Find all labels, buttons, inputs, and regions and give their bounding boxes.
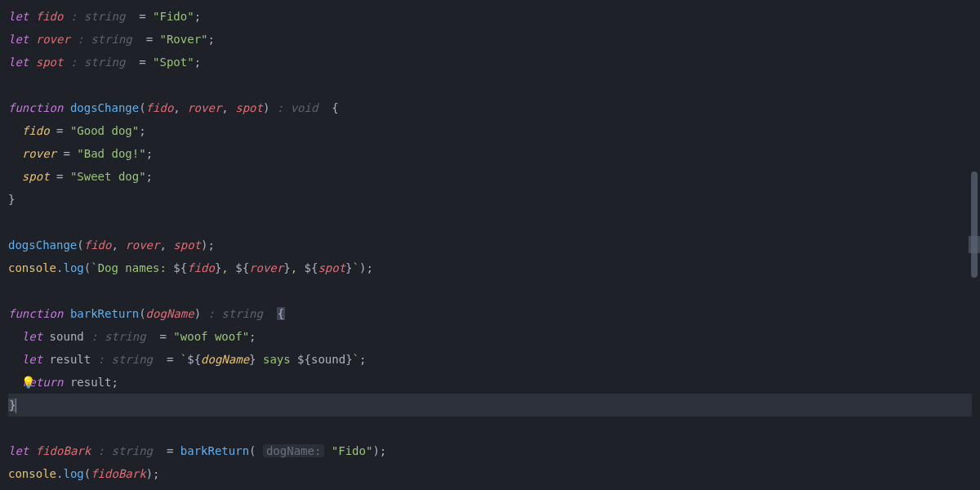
semicolon: ; bbox=[194, 56, 201, 69]
identifier-spot: spot bbox=[36, 56, 64, 69]
code-line[interactable]: function barkReturn(dogName) : string { bbox=[8, 302, 972, 325]
paren-open: ( bbox=[77, 238, 83, 252]
comma: , bbox=[173, 101, 187, 114]
code-line-blank[interactable] bbox=[8, 211, 972, 234]
keyword-let: let bbox=[8, 56, 29, 69]
code-line[interactable]: let sound : string = "woof woof"; bbox=[8, 325, 972, 348]
keyword-let: let bbox=[8, 444, 29, 457]
text-cursor bbox=[16, 399, 16, 413]
argument: fidoBark bbox=[91, 467, 145, 480]
identifier: result bbox=[50, 353, 91, 366]
identifier: result bbox=[70, 376, 112, 389]
comma: , bbox=[221, 101, 235, 114]
code-line-blank[interactable] bbox=[8, 279, 972, 302]
vertical-scrollbar[interactable] bbox=[971, 172, 978, 278]
operator-eq: = bbox=[139, 10, 145, 23]
template-backtick: ` bbox=[353, 261, 359, 274]
code-line[interactable]: let spot : string = "Spot"; bbox=[8, 51, 972, 74]
type-hint: : string bbox=[70, 56, 125, 69]
interp: fido bbox=[187, 261, 215, 274]
argument: fido bbox=[84, 238, 112, 252]
operator-eq: = bbox=[167, 353, 173, 366]
param: spot bbox=[235, 101, 263, 114]
keyword-let: let bbox=[8, 33, 29, 46]
semicolon: ; bbox=[380, 444, 386, 457]
method-log: log bbox=[63, 467, 83, 480]
code-line-blank[interactable] bbox=[8, 74, 972, 96]
code-line-blank[interactable] bbox=[8, 416, 972, 439]
return-type-hint: : string bbox=[208, 307, 263, 320]
code-editor[interactable]: let fido : string = "Fido"; let rover : … bbox=[0, 0, 980, 490]
keyword-function: function bbox=[8, 101, 63, 114]
param: fido bbox=[146, 101, 174, 114]
object-console: console bbox=[8, 261, 56, 274]
identifier: fidoBark bbox=[36, 444, 91, 457]
semicolon: ; bbox=[146, 147, 153, 160]
interp: sound bbox=[311, 353, 345, 366]
code-line[interactable]: dogsChange(fido, rover, spot); bbox=[8, 234, 972, 256]
operator-eq: = bbox=[63, 147, 69, 160]
code-line[interactable]: console.log(fidoBark); bbox=[8, 462, 972, 485]
string-literal: "Bad dog!" bbox=[77, 147, 145, 160]
code-line[interactable]: let result : string = `${dogName} says $… bbox=[8, 348, 972, 371]
template-text: says bbox=[256, 353, 298, 366]
keyword-let: let bbox=[8, 10, 29, 23]
matching-brace: { bbox=[277, 307, 285, 320]
object-console: console bbox=[8, 467, 56, 480]
paren-close: ) bbox=[263, 101, 270, 114]
code-line[interactable]: function dogsChange(fido, rover, spot) :… bbox=[8, 96, 972, 119]
brace-close: } bbox=[8, 193, 15, 206]
string-literal: "Sweet dog" bbox=[70, 170, 146, 183]
semicolon: ; bbox=[359, 353, 366, 366]
operator-eq: = bbox=[139, 56, 145, 69]
keyword-function: function bbox=[8, 307, 63, 320]
code-line-active[interactable]: } bbox=[8, 394, 972, 416]
param: dogName bbox=[146, 307, 194, 320]
identifier: fido bbox=[22, 124, 50, 137]
keyword-let: let bbox=[22, 330, 42, 343]
code-line[interactable]: rover = "Bad dog!"; bbox=[8, 142, 972, 165]
template-backtick: ` bbox=[180, 353, 187, 366]
param: rover bbox=[187, 101, 221, 114]
string-literal: "Spot" bbox=[153, 56, 194, 69]
operator-eq: = bbox=[167, 444, 173, 457]
template-backtick: ` bbox=[91, 261, 97, 274]
operator-eq: = bbox=[159, 330, 166, 343]
lightbulb-icon[interactable]: 💡 bbox=[21, 371, 35, 394]
code-line[interactable]: } bbox=[8, 188, 972, 211]
function-call: dogsChange bbox=[8, 238, 77, 252]
code-line[interactable]: 💡 return result; bbox=[8, 371, 972, 394]
type-hint: : string bbox=[77, 33, 131, 46]
code-line[interactable]: let fidoBark : string = barkReturn( dogN… bbox=[8, 439, 972, 462]
code-line[interactable]: spot = "Sweet dog"; bbox=[8, 165, 972, 188]
identifier: sound bbox=[50, 330, 84, 343]
code-line[interactable]: console.log(`Dog names: ${fido}, ${rover… bbox=[8, 256, 972, 279]
brace-open: { bbox=[332, 101, 338, 114]
type-hint: : string bbox=[70, 10, 125, 23]
argument: rover bbox=[125, 238, 159, 252]
type-hint: : string bbox=[98, 353, 153, 366]
function-name: barkReturn bbox=[70, 307, 139, 320]
string-literal: "Rover" bbox=[160, 33, 208, 46]
identifier: rover bbox=[22, 147, 56, 160]
template-text: , bbox=[291, 261, 305, 274]
inline-parameter-hint: dogName: bbox=[263, 444, 324, 457]
code-line[interactable]: fido = "Good dog"; bbox=[8, 119, 972, 142]
template-text: Dog names: bbox=[98, 261, 174, 274]
interp: dogName bbox=[201, 353, 249, 366]
minimap-active-marker[interactable] bbox=[969, 236, 980, 253]
return-type-hint: : void bbox=[277, 101, 318, 114]
code-line[interactable]: let fido : string = "Fido"; bbox=[8, 5, 972, 28]
identifier-fido: fido bbox=[36, 10, 64, 23]
semicolon: ; bbox=[153, 467, 159, 480]
function-call: barkReturn bbox=[180, 444, 249, 457]
operator-eq: = bbox=[56, 124, 63, 137]
method-log: log bbox=[63, 261, 83, 274]
string-literal: "woof woof" bbox=[173, 330, 249, 343]
string-literal: "Good dog" bbox=[70, 124, 139, 137]
template-text: , bbox=[221, 261, 235, 274]
type-hint: : string bbox=[98, 444, 153, 457]
semicolon: ; bbox=[146, 170, 153, 183]
code-line[interactable]: let rover : string = "Rover"; bbox=[8, 28, 972, 51]
operator-eq: = bbox=[56, 170, 63, 183]
